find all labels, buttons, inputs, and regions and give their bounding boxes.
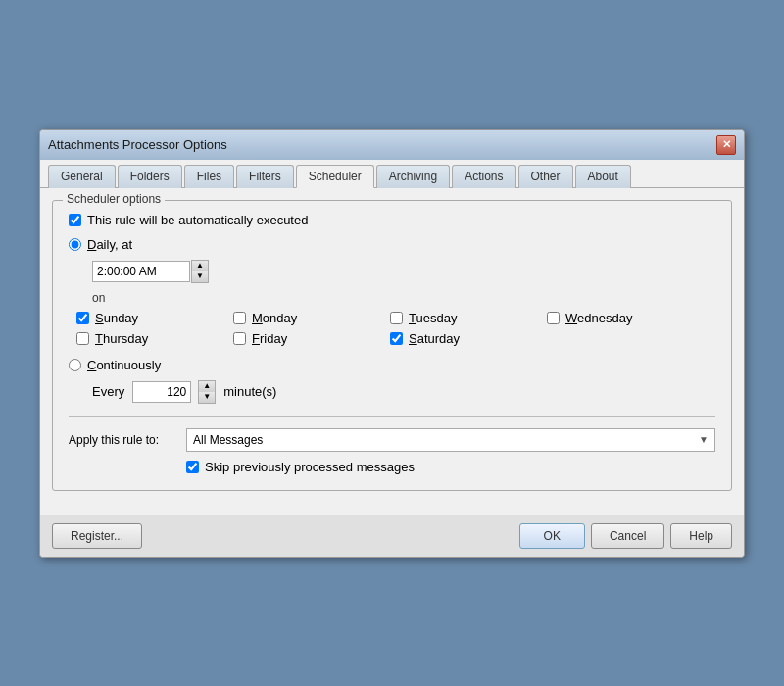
tab-archiving[interactable]: Archiving — [376, 165, 450, 188]
day-monday: Monday — [233, 311, 390, 325]
daily-radio[interactable] — [69, 238, 81, 251]
apply-dropdown-value: All Messages — [193, 433, 263, 447]
on-label: on — [92, 291, 715, 305]
day-saturday: Saturday — [390, 331, 547, 346]
tab-filters[interactable]: Filters — [236, 165, 294, 188]
skip-checkbox[interactable] — [186, 461, 199, 473]
tab-general[interactable]: General — [48, 165, 116, 188]
apply-dropdown[interactable]: All Messages ▼ — [186, 428, 715, 452]
auto-exec-label: This rule will be automatically executed — [87, 213, 308, 227]
day-friday: Friday — [233, 331, 390, 346]
tab-folders[interactable]: Folders — [118, 165, 182, 188]
scheduler-group: Scheduler options This rule will be auto… — [52, 200, 732, 491]
auto-exec-row: This rule will be automatically executed — [69, 213, 715, 227]
tab-actions[interactable]: Actions — [452, 165, 515, 188]
continuously-radio-row: Continuously — [69, 358, 715, 372]
window-title: Attachments Processor Options — [48, 137, 227, 152]
register-button[interactable]: Register... — [52, 523, 142, 549]
help-button[interactable]: Help — [670, 523, 732, 549]
sunday-label: Sunday — [95, 311, 138, 325]
monday-checkbox[interactable] — [233, 312, 246, 324]
dropdown-arrow-icon: ▼ — [699, 434, 709, 445]
time-row: ▲ ▼ — [92, 260, 715, 283]
friday-checkbox[interactable] — [233, 332, 246, 345]
wednesday-checkbox[interactable] — [547, 312, 560, 324]
every-down-button[interactable]: ▼ — [199, 392, 215, 403]
continuously-radio[interactable] — [69, 359, 81, 371]
every-up-button[interactable]: ▲ — [199, 381, 215, 392]
every-spinner: ▲ ▼ — [198, 380, 216, 404]
tab-scheduler[interactable]: Scheduler — [296, 165, 374, 188]
tab-content: Scheduler options This rule will be auto… — [40, 188, 744, 514]
wednesday-label: Wednesday — [565, 311, 632, 325]
footer-right-buttons: OK Cancel Help — [519, 523, 732, 549]
monday-label: Monday — [252, 311, 297, 325]
day-thursday: Thursday — [76, 331, 233, 346]
tab-about[interactable]: About — [575, 165, 631, 188]
friday-label: Friday — [252, 331, 287, 346]
thursday-label: Thursday — [95, 331, 148, 346]
group-title: Scheduler options — [63, 192, 165, 206]
days-grid: Sunday Monday Tuesday Wednesday Thursday — [76, 311, 715, 346]
tab-bar: General Folders Files Filters Scheduler … — [40, 160, 744, 188]
minutes-label: minute(s) — [223, 384, 276, 399]
tab-other[interactable]: Other — [518, 165, 573, 188]
time-spinner: ▲ ▼ — [191, 260, 209, 283]
time-up-button[interactable]: ▲ — [192, 261, 208, 271]
ok-button[interactable]: OK — [519, 523, 585, 549]
day-sunday: Sunday — [76, 311, 233, 325]
tab-files[interactable]: Files — [184, 165, 234, 188]
saturday-label: Saturday — [409, 331, 460, 346]
every-row: Every ▲ ▼ minute(s) — [92, 380, 715, 404]
sunday-checkbox[interactable] — [76, 312, 89, 324]
every-label: Every — [92, 384, 124, 399]
skip-row: Skip previously processed messages — [186, 460, 715, 474]
main-window: Attachments Processor Options ✕ General … — [39, 129, 745, 558]
day-tuesday: Tuesday — [390, 311, 547, 325]
apply-label: Apply this rule to: — [69, 433, 176, 447]
tuesday-label: Tuesday — [409, 311, 457, 325]
every-input[interactable] — [132, 381, 191, 403]
close-button[interactable]: ✕ — [716, 135, 736, 155]
divider — [69, 416, 715, 416]
time-input[interactable] — [92, 261, 190, 282]
continuously-label: Continuously — [87, 358, 161, 372]
thursday-checkbox[interactable] — [76, 332, 89, 345]
footer: Register... OK Cancel Help — [40, 514, 744, 557]
skip-label: Skip previously processed messages — [205, 460, 415, 474]
saturday-checkbox[interactable] — [390, 332, 403, 345]
apply-row: Apply this rule to: All Messages ▼ — [69, 428, 715, 452]
auto-exec-checkbox[interactable] — [69, 214, 81, 226]
day-wednesday: Wednesday — [547, 311, 704, 325]
daily-label: Daily, at — [87, 237, 132, 252]
daily-radio-row: Daily, at — [69, 237, 715, 252]
cancel-button[interactable]: Cancel — [591, 523, 664, 549]
tuesday-checkbox[interactable] — [390, 312, 403, 324]
titlebar: Attachments Processor Options ✕ — [40, 130, 744, 160]
time-down-button[interactable]: ▼ — [192, 271, 208, 282]
